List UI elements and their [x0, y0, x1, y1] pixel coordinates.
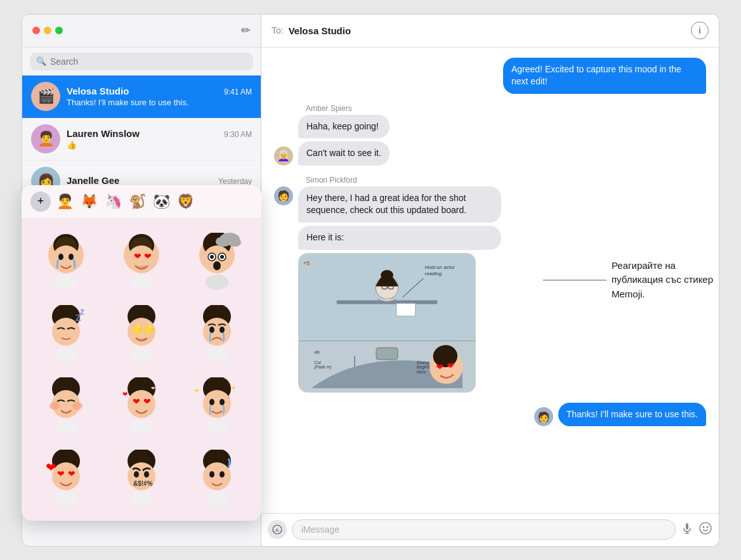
svg-text:❤: ❤ [122, 391, 128, 398]
svg-point-38 [209, 327, 214, 333]
app-store-button[interactable]: A [268, 520, 287, 539]
imessage-input-field[interactable]: iMessage [292, 519, 676, 540]
avatar-simon-bottom: 🧑 [534, 407, 553, 426]
svg-point-70 [144, 471, 149, 478]
message-bubble-3: Hey there, I had a great idea for the sh… [298, 186, 501, 223]
info-button[interactable]: i [691, 22, 709, 39]
memoji-cell-0[interactable] [29, 226, 102, 296]
conv-time-lauren: 9:30 AM [224, 130, 252, 139]
svg-point-39 [220, 327, 225, 333]
svg-point-112 [707, 526, 709, 528]
sender-name-amber: Amber Spiers [306, 104, 352, 113]
audio-record-button[interactable] [681, 522, 693, 538]
svg-point-76 [220, 471, 225, 478]
svg-point-30 [55, 347, 77, 362]
picker-tab-2[interactable]: 🦄 [103, 192, 123, 212]
svg-point-43 [49, 402, 60, 410]
memoji-cell-8[interactable]: ✦ ✦ ✦ [181, 371, 254, 441]
picker-add-button[interactable]: + [30, 192, 51, 212]
conversation-item-velosa-studio[interactable]: 🎬 Velosa Studio 9:41 AM Thanks! I'll mak… [22, 75, 261, 118]
picker-tab-3[interactable]: 🐒 [127, 192, 147, 212]
close-button[interactable] [32, 27, 40, 34]
svg-text:Cut: Cut [314, 360, 322, 364]
message-bubble-4: Here it is: [298, 226, 501, 250]
memoji-cell-9[interactable]: ❤ ❤ ❤ [29, 443, 102, 513]
search-input[interactable] [50, 56, 247, 67]
memoji-cell-10[interactable]: &$!#% [105, 443, 178, 513]
svg-point-37 [203, 318, 231, 346]
to-label: To: [272, 25, 284, 36]
emoji-button[interactable] [698, 521, 712, 538]
compose-button[interactable]: ✏ [241, 23, 251, 37]
avatar-amber: 👩‍🦳 [274, 147, 293, 166]
message-row-1: Amber Spiers 👩‍🦳 Haha, keep going! Can't… [274, 104, 706, 166]
svg-point-52 [130, 419, 153, 434]
svg-text:✦: ✦ [226, 395, 231, 401]
memoji-cell-11[interactable] [181, 443, 254, 513]
svg-text:❤: ❤ [57, 469, 65, 479]
svg-point-110 [700, 523, 711, 534]
memoji-cell-6[interactable] [29, 371, 102, 441]
annotation-container: Реагирайте на публикация със стикер Memo… [543, 259, 726, 302]
svg-point-5 [69, 254, 74, 260]
avatar-simon: 🧑 [274, 186, 293, 205]
picker-tab-4[interactable]: 🐼 [151, 192, 171, 212]
svg-point-45 [55, 419, 77, 434]
memoji-cell-5[interactable] [181, 299, 254, 368]
picker-tab-5[interactable]: 🦁 [175, 192, 195, 212]
conv-preview-velosa: Thanks! I'll make sure to use this. [67, 98, 252, 107]
message-row-0: Agreed! Excited to capture this mood in … [274, 58, 706, 94]
message-bubble-6: Thanks! I'll make sure to use this. [558, 403, 706, 427]
svg-point-35 [130, 347, 153, 362]
left-panel: ✏ 🔍 🎬 Velosa Studio 9:41 AM Thanks! I'll… [22, 14, 261, 547]
svg-point-3 [52, 245, 80, 273]
picker-tab-1[interactable]: 🦊 [79, 192, 99, 212]
memoji-cell-4[interactable]: ⭐ ⭐ [105, 299, 178, 368]
svg-point-44 [72, 402, 82, 410]
svg-text:A: A [275, 527, 279, 533]
traffic-lights [32, 27, 63, 34]
svg-point-19 [228, 238, 241, 247]
conv-name-velosa: Velosa Studio [67, 86, 129, 96]
imessage-placeholder: iMessage [301, 524, 339, 535]
svg-text:reading: reading [425, 270, 442, 276]
memoji-cell-1[interactable]: ❤ ❤ [105, 226, 178, 296]
svg-rect-85 [397, 303, 416, 316]
minimize-button[interactable] [44, 27, 51, 34]
memoji-cell-7[interactable]: ❤ ❤ ❤ ❤ [105, 371, 178, 441]
svg-text:❤: ❤ [68, 469, 75, 479]
message-bubble-0: Agreed! Excited to capture this mood in … [503, 58, 706, 94]
picker-tab-0[interactable]: 🧑‍🦱 [55, 192, 75, 212]
svg-point-75 [209, 471, 214, 478]
storyboard-image: Hold on actor reading +5 [298, 253, 476, 393]
svg-point-4 [58, 254, 63, 260]
svg-point-24 [213, 261, 221, 270]
conv-info-lauren: Lauren Winslow 9:30 AM 👍 [67, 128, 252, 150]
svg-text:❤: ❤ [143, 396, 151, 407]
memoji-grid: ❤ ❤ [22, 219, 261, 521]
svg-text:❤: ❤ [133, 396, 140, 407]
titlebar: ✏ [22, 15, 261, 48]
chat-header: To: Velosa Studio i [261, 15, 719, 48]
emoji-picker: + 🧑‍🦱 🦊 🦄 🐒 🐼 🦁 [22, 185, 261, 521]
avatar-velosa-studio: 🎬 [31, 82, 60, 111]
memoji-cell-3[interactable]: Z Z [29, 299, 102, 368]
memoji-sticker-overlay: ❤ ❤ [422, 343, 471, 393]
search-bar: 🔍 [30, 53, 253, 70]
svg-text:❤: ❤ [134, 251, 141, 261]
annotation-text: Реагирайте на публикация със стикер Memo… [612, 259, 726, 302]
svg-text:Z: Z [80, 308, 84, 316]
svg-text:Hold on actor: Hold on actor [425, 264, 456, 270]
memoji-cell-2[interactable] [181, 226, 254, 296]
svg-point-86 [381, 270, 393, 280]
fullscreen-button[interactable] [55, 27, 63, 34]
svg-point-25 [206, 275, 228, 290]
svg-point-111 [703, 526, 705, 528]
svg-point-6 [55, 275, 77, 290]
conv-name-lauren: Lauren Winslow [67, 128, 140, 139]
chat-input-bar: A iMessage [261, 513, 719, 546]
svg-point-56 [220, 399, 225, 405]
conversation-item-lauren-winslow[interactable]: 🧑‍🦱 Lauren Winslow 9:30 AM 👍 [22, 118, 261, 160]
svg-point-77 [206, 492, 228, 507]
svg-point-22 [210, 255, 214, 259]
